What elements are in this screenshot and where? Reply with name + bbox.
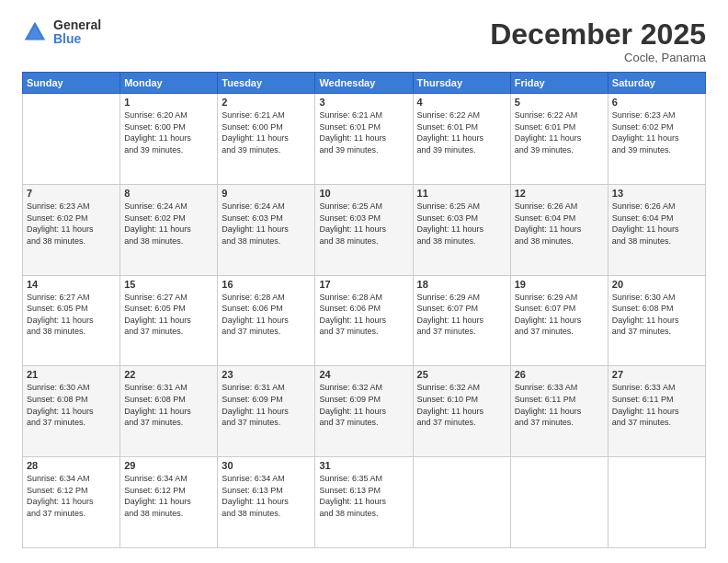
- day-number: 11: [417, 188, 506, 199]
- calendar-cell: 17Sunrise: 6:28 AM Sunset: 6:06 PM Dayli…: [315, 275, 413, 366]
- day-number: 12: [515, 188, 604, 199]
- calendar-cell: 30Sunrise: 6:34 AM Sunset: 6:13 PM Dayli…: [218, 457, 315, 548]
- calendar: SundayMondayTuesdayWednesdayThursdayFrid…: [22, 72, 706, 548]
- calendar-cell: 20Sunrise: 6:30 AM Sunset: 6:08 PM Dayli…: [608, 275, 705, 366]
- day-number: 20: [612, 279, 701, 290]
- calendar-cell: [510, 457, 608, 548]
- day-info: Sunrise: 6:21 AM Sunset: 6:00 PM Dayligh…: [222, 109, 311, 155]
- calendar-week-5: 28Sunrise: 6:34 AM Sunset: 6:12 PM Dayli…: [23, 457, 706, 548]
- day-info: Sunrise: 6:33 AM Sunset: 6:11 PM Dayligh…: [515, 382, 604, 428]
- calendar-cell: 21Sunrise: 6:30 AM Sunset: 6:08 PM Dayli…: [23, 366, 120, 457]
- calendar-cell: 28Sunrise: 6:34 AM Sunset: 6:12 PM Dayli…: [23, 457, 120, 548]
- day-info: Sunrise: 6:29 AM Sunset: 6:07 PM Dayligh…: [417, 292, 506, 338]
- day-number: 17: [319, 279, 408, 290]
- day-info: Sunrise: 6:27 AM Sunset: 6:05 PM Dayligh…: [27, 292, 116, 338]
- day-number: 15: [124, 279, 213, 290]
- day-info: Sunrise: 6:35 AM Sunset: 6:13 PM Dayligh…: [319, 473, 408, 519]
- day-info: Sunrise: 6:23 AM Sunset: 6:02 PM Dayligh…: [612, 109, 701, 155]
- day-info: Sunrise: 6:20 AM Sunset: 6:00 PM Dayligh…: [124, 109, 213, 155]
- calendar-cell: 29Sunrise: 6:34 AM Sunset: 6:12 PM Dayli…: [120, 457, 218, 548]
- calendar-cell: 31Sunrise: 6:35 AM Sunset: 6:13 PM Dayli…: [315, 457, 413, 548]
- logo: General Blue: [22, 18, 101, 47]
- calendar-cell: 13Sunrise: 6:26 AM Sunset: 6:04 PM Dayli…: [608, 184, 705, 275]
- calendar-cell: 7Sunrise: 6:23 AM Sunset: 6:02 PM Daylig…: [23, 184, 120, 275]
- day-info: Sunrise: 6:24 AM Sunset: 6:02 PM Dayligh…: [124, 201, 213, 247]
- day-info: Sunrise: 6:25 AM Sunset: 6:03 PM Dayligh…: [319, 201, 408, 247]
- day-number: 18: [417, 279, 506, 290]
- day-number: 10: [319, 188, 408, 199]
- calendar-cell: 1Sunrise: 6:20 AM Sunset: 6:00 PM Daylig…: [120, 94, 218, 185]
- day-number: 23: [222, 369, 311, 380]
- logo-general: General: [53, 18, 101, 32]
- calendar-cell: 6Sunrise: 6:23 AM Sunset: 6:02 PM Daylig…: [608, 94, 705, 185]
- calendar-cell: 15Sunrise: 6:27 AM Sunset: 6:05 PM Dayli…: [120, 275, 218, 366]
- calendar-week-2: 7Sunrise: 6:23 AM Sunset: 6:02 PM Daylig…: [23, 184, 706, 275]
- calendar-header-row: SundayMondayTuesdayWednesdayThursdayFrid…: [23, 73, 706, 94]
- day-number: 5: [515, 97, 604, 108]
- month-title: December 2025: [490, 18, 706, 51]
- day-info: Sunrise: 6:28 AM Sunset: 6:06 PM Dayligh…: [319, 292, 408, 338]
- calendar-cell: 24Sunrise: 6:32 AM Sunset: 6:09 PM Dayli…: [315, 366, 413, 457]
- calendar-cell: 27Sunrise: 6:33 AM Sunset: 6:11 PM Dayli…: [608, 366, 705, 457]
- day-number: 3: [319, 97, 408, 108]
- calendar-header-wednesday: Wednesday: [315, 73, 413, 94]
- day-number: 27: [612, 369, 701, 380]
- logo-icon: [22, 19, 48, 45]
- day-number: 13: [612, 188, 701, 199]
- day-info: Sunrise: 6:22 AM Sunset: 6:01 PM Dayligh…: [515, 109, 604, 155]
- calendar-cell: 26Sunrise: 6:33 AM Sunset: 6:11 PM Dayli…: [510, 366, 608, 457]
- day-info: Sunrise: 6:34 AM Sunset: 6:12 PM Dayligh…: [27, 473, 116, 519]
- subtitle: Cocle, Panama: [490, 51, 706, 64]
- calendar-cell: 3Sunrise: 6:21 AM Sunset: 6:01 PM Daylig…: [315, 94, 413, 185]
- day-number: 9: [222, 188, 311, 199]
- day-number: 29: [124, 460, 213, 471]
- calendar-header-thursday: Thursday: [413, 73, 510, 94]
- day-number: 24: [319, 369, 408, 380]
- calendar-header-saturday: Saturday: [608, 73, 705, 94]
- day-info: Sunrise: 6:34 AM Sunset: 6:12 PM Dayligh…: [124, 473, 213, 519]
- day-number: 26: [515, 369, 604, 380]
- day-info: Sunrise: 6:21 AM Sunset: 6:01 PM Dayligh…: [319, 109, 408, 155]
- day-info: Sunrise: 6:29 AM Sunset: 6:07 PM Dayligh…: [515, 292, 604, 338]
- day-info: Sunrise: 6:24 AM Sunset: 6:03 PM Dayligh…: [222, 201, 311, 247]
- day-info: Sunrise: 6:22 AM Sunset: 6:01 PM Dayligh…: [417, 109, 506, 155]
- day-info: Sunrise: 6:34 AM Sunset: 6:13 PM Dayligh…: [222, 473, 311, 519]
- day-number: 1: [124, 97, 213, 108]
- day-info: Sunrise: 6:27 AM Sunset: 6:05 PM Dayligh…: [124, 292, 213, 338]
- calendar-header-monday: Monday: [120, 73, 218, 94]
- calendar-cell: 25Sunrise: 6:32 AM Sunset: 6:10 PM Dayli…: [413, 366, 510, 457]
- calendar-week-4: 21Sunrise: 6:30 AM Sunset: 6:08 PM Dayli…: [23, 366, 706, 457]
- calendar-cell: 12Sunrise: 6:26 AM Sunset: 6:04 PM Dayli…: [510, 184, 608, 275]
- day-number: 28: [27, 460, 116, 471]
- day-number: 4: [417, 97, 506, 108]
- day-number: 19: [515, 279, 604, 290]
- calendar-cell: 18Sunrise: 6:29 AM Sunset: 6:07 PM Dayli…: [413, 275, 510, 366]
- logo-text: General Blue: [53, 18, 101, 47]
- day-number: 2: [222, 97, 311, 108]
- logo-blue: Blue: [53, 32, 101, 46]
- calendar-week-3: 14Sunrise: 6:27 AM Sunset: 6:05 PM Dayli…: [23, 275, 706, 366]
- calendar-cell: 23Sunrise: 6:31 AM Sunset: 6:09 PM Dayli…: [218, 366, 315, 457]
- day-number: 16: [222, 279, 311, 290]
- day-number: 21: [27, 369, 116, 380]
- calendar-cell: 9Sunrise: 6:24 AM Sunset: 6:03 PM Daylig…: [218, 184, 315, 275]
- day-number: 25: [417, 369, 506, 380]
- day-info: Sunrise: 6:26 AM Sunset: 6:04 PM Dayligh…: [515, 201, 604, 247]
- calendar-cell: 8Sunrise: 6:24 AM Sunset: 6:02 PM Daylig…: [120, 184, 218, 275]
- day-number: 30: [222, 460, 311, 471]
- calendar-week-1: 1Sunrise: 6:20 AM Sunset: 6:00 PM Daylig…: [23, 94, 706, 185]
- calendar-cell: [413, 457, 510, 548]
- calendar-cell: 10Sunrise: 6:25 AM Sunset: 6:03 PM Dayli…: [315, 184, 413, 275]
- calendar-cell: 11Sunrise: 6:25 AM Sunset: 6:03 PM Dayli…: [413, 184, 510, 275]
- calendar-cell: 16Sunrise: 6:28 AM Sunset: 6:06 PM Dayli…: [218, 275, 315, 366]
- day-info: Sunrise: 6:26 AM Sunset: 6:04 PM Dayligh…: [612, 201, 701, 247]
- page: General Blue December 2025 Cocle, Panama…: [0, 0, 728, 563]
- title-block: December 2025 Cocle, Panama: [490, 18, 706, 64]
- calendar-cell: [23, 94, 120, 185]
- calendar-cell: 14Sunrise: 6:27 AM Sunset: 6:05 PM Dayli…: [23, 275, 120, 366]
- calendar-cell: 5Sunrise: 6:22 AM Sunset: 6:01 PM Daylig…: [510, 94, 608, 185]
- day-info: Sunrise: 6:31 AM Sunset: 6:08 PM Dayligh…: [124, 382, 213, 428]
- day-info: Sunrise: 6:28 AM Sunset: 6:06 PM Dayligh…: [222, 292, 311, 338]
- header: General Blue December 2025 Cocle, Panama: [22, 18, 706, 64]
- day-info: Sunrise: 6:25 AM Sunset: 6:03 PM Dayligh…: [417, 201, 506, 247]
